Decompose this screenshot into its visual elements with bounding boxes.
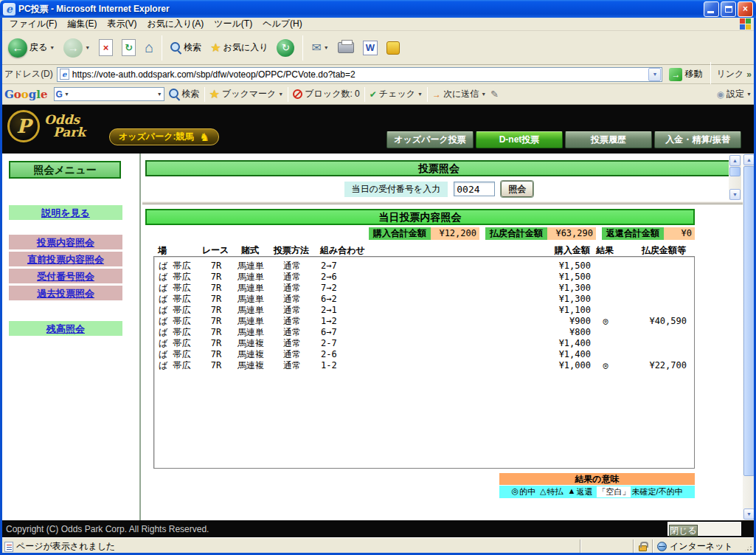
bookmarks-dropdown-icon[interactable]: ▼ xyxy=(278,92,283,97)
cell-amount: ¥800 xyxy=(520,327,591,338)
send-to-button[interactable]: → 次に送信 ▼ xyxy=(432,88,486,100)
print-button[interactable] xyxy=(336,41,356,55)
spellcheck-button[interactable]: ✔ チェック ▼ xyxy=(370,88,423,100)
sidebar-link-label[interactable]: 直前投票内容照会 xyxy=(27,254,104,265)
receipt-number-input[interactable] xyxy=(454,182,495,196)
close-window-button[interactable]: × xyxy=(738,1,753,17)
highlight-pen-button[interactable]: ✎ xyxy=(490,89,499,100)
close-page-button[interactable]: 閉じる xyxy=(669,525,698,537)
settings-dropdown-icon[interactable]: ▼ xyxy=(746,92,752,97)
table-row: ば 帯広 7R 馬連単 通常 7→2 ¥1,300 xyxy=(154,283,694,294)
restore-button[interactable] xyxy=(721,1,736,17)
back-button[interactable]: ← 戻る ▼ xyxy=(6,37,57,59)
close-panel: 閉じる xyxy=(667,522,741,536)
links-chevron-icon: » xyxy=(746,69,752,80)
cell-result xyxy=(591,338,620,349)
links-label: リンク xyxy=(716,68,743,80)
edit-button[interactable]: W xyxy=(361,39,380,57)
history-button[interactable]: ↻ xyxy=(274,38,296,58)
forward-dropdown-icon[interactable]: ▼ xyxy=(85,45,90,50)
cell-method: 通常 xyxy=(271,305,313,316)
cell-race: 7R xyxy=(201,316,231,327)
menu-item[interactable]: お気に入り(A) xyxy=(142,17,209,31)
table-row: ば 帯広 7R 馬連単 通常 1→2 ¥900 ◎ ¥40,590 xyxy=(154,316,694,327)
scroll-up-button[interactable]: ▲ xyxy=(729,155,741,166)
header-nav-button[interactable]: 入金・精算/振替 xyxy=(654,131,741,148)
sidebar-menu-item[interactable]: 残高照会 xyxy=(9,321,122,336)
google-g-dropdown-icon[interactable]: ▼ xyxy=(64,92,69,97)
menu-item[interactable]: 編集(E) xyxy=(62,17,102,31)
menu-item[interactable]: ツール(T) xyxy=(209,17,257,31)
address-dropdown-button[interactable]: ▼ xyxy=(648,68,661,81)
back-dropdown-icon[interactable]: ▼ xyxy=(49,45,55,50)
cell-combination: 7→2 xyxy=(313,283,520,294)
print-icon xyxy=(338,42,354,53)
page-scroll-thumb[interactable] xyxy=(743,166,755,476)
sidebar-link-label[interactable]: 説明を見る xyxy=(41,207,90,218)
legend-item: 「空白」 未確定/不的中 xyxy=(597,486,682,497)
menu-item[interactable]: 表示(V) xyxy=(102,17,142,31)
search-button[interactable]: 検索 xyxy=(168,40,204,55)
table-row: ば 帯広 7R 馬連単 通常 2→6 ¥1,500 xyxy=(154,272,694,283)
sidebar-link-label[interactable]: 残高照会 xyxy=(46,323,85,334)
cell-result xyxy=(591,349,620,360)
horse-icon: ♞ xyxy=(199,129,209,145)
sidebar-link-label[interactable]: 受付番号照会 xyxy=(37,271,94,282)
messenger-icon xyxy=(386,41,400,55)
legend-label: 的中 xyxy=(519,486,535,497)
google-settings-button[interactable]: ◉ 設定 ▼ xyxy=(717,88,752,100)
favorites-button[interactable]: ★ お気に入り xyxy=(208,39,270,56)
google-search-input[interactable]: G ▼ ▼ xyxy=(54,87,164,101)
refresh-button[interactable]: ↻ xyxy=(119,38,138,58)
header-nav-button[interactable]: 投票履歴 xyxy=(565,131,652,148)
sidebar-link-label[interactable]: 過去投票照会 xyxy=(37,288,94,299)
sidebar-menu-item[interactable]: 説明を見る xyxy=(9,205,122,220)
sidebar-menu-item[interactable]: 投票内容照会 xyxy=(9,235,122,249)
links-button[interactable]: リンク » xyxy=(716,68,752,80)
sidebar-menu-item[interactable]: 直前投票内容照会 xyxy=(9,252,122,266)
google-search-button[interactable]: 検索 xyxy=(169,88,200,100)
sidebar-menu-item[interactable]: 受付番号照会 xyxy=(9,269,122,283)
total-value: ¥63,290 xyxy=(547,227,596,240)
cell-combination: 6→7 xyxy=(313,327,520,338)
inquiry-submit-button[interactable]: 照会 xyxy=(501,181,533,197)
address-label: アドレス(D) xyxy=(4,68,53,80)
search-icon xyxy=(170,42,181,53)
header-nav-button[interactable]: D-net投票 xyxy=(476,131,563,148)
google-input-dropdown-icon[interactable]: ▼ xyxy=(157,92,162,97)
messenger-button[interactable] xyxy=(384,40,402,56)
page-scroll-up-button[interactable]: ▲ xyxy=(743,154,755,165)
cell-method: 通常 xyxy=(271,294,313,305)
check-dropdown-icon[interactable]: ▼ xyxy=(417,92,423,97)
mail-dropdown-icon[interactable]: ▼ xyxy=(324,45,329,50)
scroll-thumb[interactable] xyxy=(729,167,741,176)
page-scroll-down-button[interactable]: ▼ xyxy=(743,509,755,520)
send-dropdown-icon[interactable]: ▼ xyxy=(481,92,486,97)
popup-blocker-button[interactable]: ブロック数: 0 xyxy=(293,88,359,100)
oddspark-logo[interactable]: P Odds Park xyxy=(7,110,86,142)
site-header: P Odds Park オッズパーク:競馬 ♞ オッズパーク投票 D-net投票… xyxy=(0,105,756,154)
cell-bet-type: 馬連複 xyxy=(231,360,271,371)
go-label: 移動 xyxy=(684,68,702,80)
scroll-down-button[interactable]: ▼ xyxy=(729,189,741,200)
today-inquiry-frame: 当日投票内容照会 購入合計金額 ¥12,200 払戻合計金額 ¥63,290 返… xyxy=(142,204,743,520)
sidebar-menu-item[interactable]: 過去投票照会 xyxy=(9,286,122,300)
cell-amount: ¥1,300 xyxy=(520,283,591,294)
menu-item[interactable]: ヘルプ(H) xyxy=(257,17,308,31)
header-nav-button[interactable]: オッズパーク投票 xyxy=(386,131,474,148)
google-bookmarks-button[interactable]: ★ ブックマーク ▼ xyxy=(209,87,284,101)
menu-item[interactable]: ファイル(F) xyxy=(4,17,62,31)
home-button[interactable]: ⌂ xyxy=(142,38,156,58)
vote-inquiry-title: 投票照会 xyxy=(145,160,732,176)
back-icon: ← xyxy=(8,38,27,58)
address-input[interactable]: e https://vote-auth.oddspark.com/sbp/dfw… xyxy=(57,67,663,82)
minimize-button[interactable] xyxy=(704,1,719,17)
sidebar-link-label[interactable]: 投票内容照会 xyxy=(37,237,94,248)
keiba-banner[interactable]: オッズパーク:競馬 ♞ xyxy=(109,128,219,145)
cell-payout xyxy=(620,305,691,316)
footer-bar: Copyright (C) Odds Park Corp. All Rights… xyxy=(0,520,756,537)
forward-button[interactable]: → ▼ xyxy=(61,37,92,59)
mail-button[interactable]: ✉ ▼ xyxy=(309,39,330,56)
go-button[interactable]: → 移動 xyxy=(666,67,705,82)
stop-button[interactable]: × xyxy=(97,38,115,58)
